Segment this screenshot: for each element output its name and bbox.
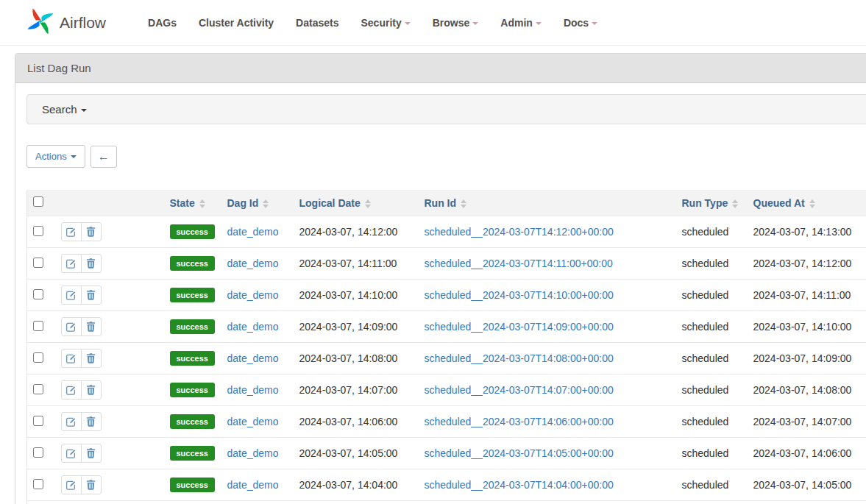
row-actions-cell [55, 375, 164, 406]
dag-id-link[interactable]: date_demo [227, 384, 279, 396]
delete-button[interactable] [81, 475, 102, 494]
edit-button[interactable] [61, 380, 82, 400]
delete-button[interactable] [81, 412, 102, 431]
row-checkbox[interactable] [33, 321, 43, 331]
state-cell: success [164, 311, 221, 343]
column-header-logical-date[interactable]: Logical Date [294, 190, 419, 216]
row-checkbox[interactable] [33, 479, 43, 489]
run-id-cell: scheduled__2024-03-07T14:07:00+00:00 [419, 375, 676, 406]
run-id-cell: scheduled__2024-03-07T14:05:00+00:00 [419, 438, 676, 469]
column-header-state[interactable]: State [164, 190, 221, 216]
row-checkbox[interactable] [33, 289, 43, 299]
row-checkbox[interactable] [33, 447, 43, 458]
search-label: Search [42, 103, 77, 116]
back-button[interactable]: ← [90, 146, 117, 168]
run-id-link[interactable]: scheduled__2024-03-07T14:06:00+00:00 [425, 416, 614, 427]
column-header-dag-id[interactable]: Dag Id [221, 190, 294, 216]
edit-button[interactable] [61, 412, 82, 431]
column-header-queued-at[interactable]: Queued At [748, 190, 866, 216]
sort-icon[interactable] [809, 199, 815, 208]
dag-id-link[interactable]: date_demo [227, 447, 279, 459]
airflow-brand[interactable]: Airflow [26, 7, 106, 38]
nav-item-datasets[interactable]: Datasets [285, 10, 349, 36]
dag-id-cell: date_demo [221, 280, 294, 311]
nav-item-browse[interactable]: Browse [422, 10, 490, 36]
nav-item-docs[interactable]: Docs [553, 10, 608, 36]
status-badge: success [170, 288, 215, 302]
row-checkbox[interactable] [33, 352, 43, 363]
run-id-link[interactable]: scheduled__2024-03-07T14:12:00+00:00 [425, 226, 614, 238]
run-id-link[interactable]: scheduled__2024-03-07T14:11:00+00:00 [425, 258, 613, 269]
row-actions-cell [55, 343, 164, 375]
dag-id-link[interactable]: date_demo [227, 416, 279, 427]
edit-button[interactable] [61, 475, 82, 494]
run-id-link[interactable]: scheduled__2024-03-07T14:10:00+00:00 [425, 289, 614, 301]
dag-id-link[interactable]: date_demo [227, 258, 279, 269]
delete-button[interactable] [81, 380, 102, 400]
run-id-link[interactable]: scheduled__2024-03-07T14:04:00+00:00 [425, 479, 614, 491]
run-id-link[interactable]: scheduled__2024-03-07T14:09:00+00:00 [425, 321, 614, 333]
sort-icon[interactable] [263, 199, 269, 208]
airflow-pinwheel-icon [26, 7, 54, 38]
trash-icon [86, 448, 96, 458]
delete-button[interactable] [81, 285, 102, 305]
logical-date-cell: 2024-03-07, 14:10:00 [294, 280, 419, 311]
row-checkbox[interactable] [33, 226, 43, 236]
dag-id-link[interactable]: date_demo [227, 321, 279, 333]
run-id-cell: scheduled__2024-03-07T14:04:00+00:00 [419, 469, 676, 501]
sort-icon[interactable] [732, 199, 738, 208]
row-checkbox[interactable] [33, 384, 43, 394]
edit-button[interactable] [61, 444, 82, 463]
row-select-cell [27, 248, 55, 280]
row-checkbox[interactable] [33, 416, 43, 426]
row-select-cell [27, 469, 55, 501]
logical-date-cell: 2024-03-07, 14:05:00 [294, 438, 419, 469]
run-id-link[interactable]: scheduled__2024-03-07T14:07:00+00:00 [425, 384, 614, 396]
delete-button[interactable] [81, 317, 102, 336]
dag-id-cell: date_demo [221, 248, 294, 280]
logical-date-cell: 2024-03-07, 14:09:00 [294, 311, 419, 343]
status-badge: success [170, 446, 215, 461]
edit-button[interactable] [61, 317, 82, 336]
actions-dropdown-button[interactable]: Actions [26, 145, 85, 168]
caret-down-icon [405, 22, 411, 25]
dag-id-link[interactable]: date_demo [227, 352, 279, 364]
edit-button[interactable] [61, 285, 82, 305]
nav-item-admin[interactable]: Admin [489, 10, 553, 36]
edit-pencil-icon [65, 227, 77, 238]
delete-button[interactable] [81, 254, 102, 273]
run-id-link[interactable]: scheduled__2024-03-07T14:08:00+00:00 [425, 352, 614, 364]
state-cell: success [164, 216, 221, 248]
column-header-run-id[interactable]: Run Id [419, 190, 676, 216]
dag-id-link[interactable]: date_demo [227, 226, 279, 238]
sort-icon[interactable] [365, 199, 371, 208]
row-checkbox[interactable] [33, 258, 43, 268]
edit-button[interactable] [61, 349, 82, 368]
queued-at-cell: 2024-03-07, 14:07:00 [748, 406, 866, 438]
delete-button[interactable] [81, 222, 102, 241]
sort-icon[interactable] [199, 199, 205, 208]
run-type-cell: scheduled [676, 406, 748, 438]
edit-pencil-icon [65, 258, 77, 269]
row-select-cell [27, 375, 55, 406]
nav-item-dags[interactable]: DAGs [137, 10, 188, 36]
column-header-run-type[interactable]: Run Type [676, 190, 748, 216]
sort-icon[interactable] [461, 199, 466, 208]
select-all-checkbox[interactable] [33, 196, 43, 207]
run-id-link[interactable]: scheduled__2024-03-07T14:05:00+00:00 [425, 447, 614, 459]
run-type-cell: scheduled [676, 375, 748, 406]
dag-id-link[interactable]: date_demo [227, 289, 279, 301]
trash-icon [86, 353, 96, 363]
delete-button[interactable] [81, 444, 102, 463]
table-row: success date_demo 2024-03-07, 14:04:00 s… [27, 469, 866, 501]
nav-item-cluster-activity[interactable]: Cluster Activity [188, 10, 285, 36]
dag-id-link[interactable]: date_demo [227, 479, 279, 491]
state-cell: success [164, 280, 221, 311]
edit-button[interactable] [61, 254, 82, 273]
delete-button[interactable] [81, 349, 102, 368]
page-title: List Dag Run [15, 54, 866, 83]
edit-button[interactable] [61, 222, 82, 241]
search-accordion-toggle[interactable]: Search [26, 94, 866, 124]
row-select-cell [27, 343, 55, 375]
nav-item-security[interactable]: Security [349, 10, 421, 36]
